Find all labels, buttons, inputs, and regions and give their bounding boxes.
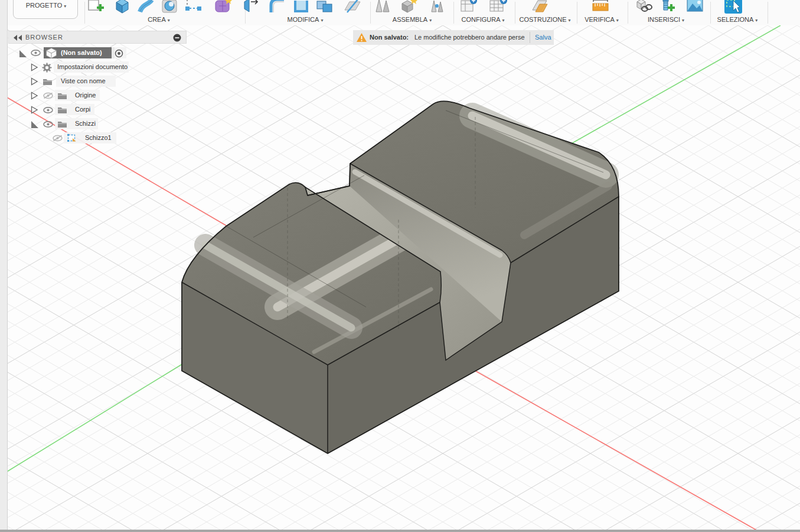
measure-icon[interactable] bbox=[590, 0, 610, 15]
toolbar-separator bbox=[628, 2, 628, 24]
toolbar-group-configura[interactable]: CONFIGURA▾ bbox=[461, 16, 504, 23]
sweep-icon[interactable] bbox=[136, 0, 156, 15]
folder-icon bbox=[57, 106, 67, 114]
collapse-double-arrow-icon[interactable] bbox=[13, 34, 23, 41]
main-toolbar: PROGETTO▾ CREA▾ MODIFICA▾ ASSEMBLA▾ CONF… bbox=[8, 0, 800, 26]
eye-hidden-icon[interactable] bbox=[43, 92, 53, 99]
row-label: Impostazioni documento bbox=[57, 63, 128, 70]
configuration-icon[interactable] bbox=[458, 0, 478, 15]
combine-icon[interactable] bbox=[315, 0, 335, 15]
eye-hidden-icon[interactable] bbox=[53, 135, 63, 142]
browser-row-document-settings[interactable]: Impostazioni documento bbox=[0, 61, 189, 73]
toolbar-separator bbox=[710, 2, 711, 24]
save-button[interactable]: Salva bbox=[535, 34, 551, 41]
progetto-label[interactable]: PROGETTO▾ bbox=[26, 2, 67, 9]
folder-icon bbox=[57, 92, 67, 100]
form-icon[interactable] bbox=[213, 0, 233, 15]
construction-plane-icon[interactable] bbox=[530, 0, 550, 15]
toolbar-separator bbox=[577, 2, 577, 24]
eye-visible-icon[interactable] bbox=[43, 107, 53, 113]
minus-circle-icon[interactable] bbox=[173, 34, 181, 42]
row-label: Corpi bbox=[75, 106, 90, 113]
row-label: Schizzo1 bbox=[85, 134, 112, 141]
row-label: Schizzi bbox=[75, 120, 96, 127]
browser-row-origin[interactable]: Origine bbox=[0, 90, 189, 102]
browser-row-sketch1[interactable]: Schizzo1 bbox=[0, 132, 189, 144]
configuration-table-icon[interactable] bbox=[488, 0, 508, 15]
toolbar-separator bbox=[84, 2, 85, 24]
insert-fastener-icon[interactable] bbox=[657, 0, 677, 15]
warnbar-divider bbox=[530, 32, 530, 43]
shell-icon[interactable] bbox=[291, 0, 311, 15]
browser-row-bodies[interactable]: Corpi bbox=[0, 104, 189, 116]
toolbar-group-seleziona[interactable]: SELEZIONA▾ bbox=[717, 16, 758, 23]
browser-row-document[interactable]: (Non salvato) bbox=[0, 47, 189, 59]
eye-visible-icon[interactable] bbox=[43, 121, 53, 128]
document-cube-icon bbox=[45, 47, 57, 59]
folder-icon bbox=[57, 120, 67, 128]
create-sketch-icon[interactable] bbox=[86, 0, 106, 15]
unsaved-warning-bar: Non salvato: Le modifiche potrebbero and… bbox=[353, 30, 554, 45]
joint-icon[interactable] bbox=[399, 0, 419, 15]
toolbar-group-progetto[interactable]: PROGETTO▾ bbox=[13, 0, 78, 19]
document-name: (Non salvato) bbox=[61, 49, 102, 56]
toolbar-separator bbox=[515, 2, 515, 24]
insert-derive-icon[interactable] bbox=[634, 0, 654, 15]
gear-icon bbox=[42, 63, 52, 73]
toolbar-group-assembla[interactable]: ASSEMBLA▾ bbox=[393, 16, 432, 23]
collapsed-triangle-icon[interactable] bbox=[31, 92, 38, 100]
select-icon[interactable] bbox=[723, 0, 743, 15]
split-body-icon[interactable] bbox=[342, 0, 363, 15]
collapsed-triangle-icon[interactable] bbox=[31, 106, 38, 114]
expanded-triangle-icon[interactable] bbox=[31, 120, 39, 128]
collapsed-side-panel[interactable] bbox=[0, 0, 8, 532]
collapsed-triangle-icon[interactable] bbox=[31, 77, 38, 86]
toolbar-group-crea[interactable]: CREA▾ bbox=[148, 16, 170, 23]
browser-row-sketches[interactable]: Schizzi bbox=[0, 118, 189, 130]
toolbar-group-costruzione[interactable]: COSTRUZIONE▾ bbox=[519, 16, 570, 23]
unsaved-message: Le modifiche potrebbero andare perse bbox=[414, 34, 525, 41]
row-label: Origine bbox=[75, 92, 96, 99]
fillet-icon[interactable] bbox=[267, 0, 288, 15]
expanded-triangle-icon[interactable] bbox=[19, 49, 27, 57]
insert-canvas-icon[interactable] bbox=[685, 0, 705, 15]
browser-title: BROWSER bbox=[25, 34, 63, 41]
warning-icon bbox=[356, 32, 367, 43]
as-built-joint-icon[interactable] bbox=[427, 0, 447, 15]
window-bottom-edge bbox=[0, 530, 800, 532]
toolbar-group-modifica[interactable]: MODIFICA▾ bbox=[288, 16, 324, 23]
toolbar-separator bbox=[453, 2, 454, 24]
pattern-icon[interactable] bbox=[183, 0, 203, 15]
row-label: Viste con nome bbox=[61, 77, 106, 84]
fusion-360-window: PROGETTO▾ CREA▾ MODIFICA▾ ASSEMBLA▾ CONF… bbox=[0, 0, 800, 532]
toolbar-group-inserisci[interactable]: INSERISCI▾ bbox=[648, 16, 684, 23]
toolbar-separator bbox=[768, 2, 768, 24]
folder-icon bbox=[43, 78, 53, 86]
activate-radio-icon[interactable] bbox=[115, 49, 123, 58]
browser-panel-header[interactable]: BROWSER bbox=[8, 31, 187, 44]
collapsed-triangle-icon[interactable] bbox=[31, 63, 38, 71]
toolbar-group-verifica[interactable]: VERIFICA▾ bbox=[585, 16, 619, 23]
revolve-icon[interactable] bbox=[159, 0, 179, 15]
sketch-icon bbox=[67, 133, 77, 143]
unsaved-title: Non salvato: bbox=[370, 34, 409, 41]
eye-visible-icon[interactable] bbox=[31, 50, 41, 56]
press-pull-icon[interactable] bbox=[241, 0, 261, 15]
toolbar-separator bbox=[370, 2, 371, 24]
browser-row-named-views[interactable]: Viste con nome bbox=[0, 76, 189, 87]
extrude-icon[interactable] bbox=[112, 0, 132, 15]
new-component-icon[interactable] bbox=[373, 0, 393, 15]
